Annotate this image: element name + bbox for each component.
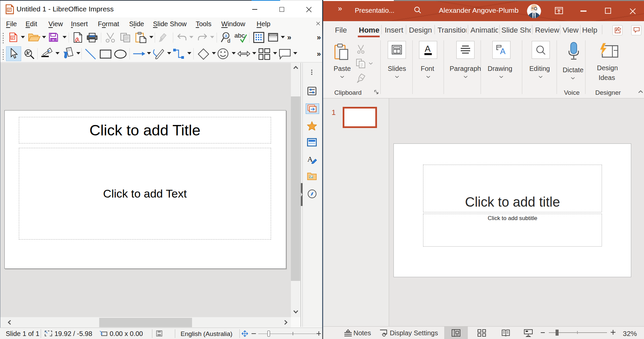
svg-text:A: A: [425, 44, 431, 54]
svg-text:d: d: [227, 38, 230, 43]
svg-text:a: a: [225, 33, 227, 38]
svg-text:A: A: [307, 155, 313, 163]
svg-text:abc: abc: [234, 32, 245, 39]
svg-text:A: A: [500, 47, 505, 55]
